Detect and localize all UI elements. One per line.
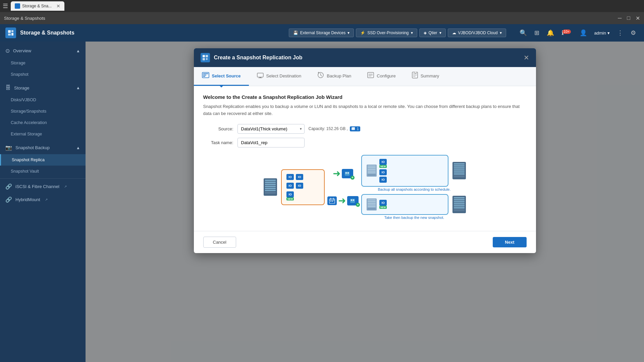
step-backup-label: Backup Plan — [327, 73, 351, 78]
external-storage-btn[interactable]: 💾 External Storage Devices ▾ — [289, 28, 354, 37]
hybridmount-ext-icon: ↗ — [45, 198, 48, 201]
arrow-bottom: ➜ + — [327, 195, 359, 206]
new-tag: NEW — [286, 197, 294, 200]
svg-rect-41 — [351, 199, 352, 201]
app-title: Storage & Snapshots — [20, 30, 74, 36]
sidebar-item-storage[interactable]: 🗄 Storage ▲ — [0, 81, 86, 94]
ssd-btn[interactable]: ⚡ SSD Over-Provisioning ▾ — [356, 28, 417, 37]
dest2-new-chip: IO — [379, 200, 387, 206]
admin-dropdown-btn[interactable]: admin ▾ — [592, 29, 612, 37]
qtier-btn[interactable]: ◈ Qtier ▾ — [419, 28, 446, 37]
svg-rect-68 — [454, 201, 465, 202]
arrow-right-1: ➜ — [333, 168, 340, 179]
more-options-btn[interactable]: ⋮ — [614, 28, 626, 38]
next-button[interactable]: Next — [493, 237, 526, 247]
svg-rect-51 — [454, 163, 465, 165]
settings-btn[interactable]: ⚙ — [628, 28, 639, 38]
snapshot-chip-1: IO — [286, 174, 294, 180]
dialog-header: Create a Snapshot Replication Job ✕ — [194, 48, 536, 67]
sidebar-item-overview[interactable]: ⊙ Overview ▲ — [0, 44, 86, 57]
sidebar-item-storage-sub[interactable]: Storage — [0, 57, 86, 69]
snapshot-row-2: IO IO — [286, 183, 319, 189]
wizard-step-configure[interactable]: Configure — [359, 67, 404, 86]
cancel-button[interactable]: Cancel — [203, 237, 236, 248]
search-btn[interactable]: 🔍 — [517, 28, 530, 38]
source-server-left — [262, 178, 278, 196]
alert-btn[interactable]: 🔔 — [544, 28, 557, 38]
svg-rect-72 — [454, 209, 465, 211]
stack-btn[interactable]: ⊞ — [532, 28, 542, 38]
welcome-text: Snapshot Replication enables you to back… — [203, 103, 527, 117]
app-logo — [5, 27, 16, 38]
capacity-info: Capacity: 152.26 GB , 1 — [309, 126, 361, 131]
wizard-step-destination[interactable]: Select Destination — [249, 67, 310, 86]
dest-box-2: IO NEW — [361, 194, 448, 215]
tab-close-btn[interactable]: ✕ — [56, 3, 60, 9]
app-header: Storage & Snapshots 💾 External Storage D… — [0, 24, 644, 42]
transfer-icon-2: + — [347, 196, 359, 205]
sidebar-section-overview: ⊙ Overview ▲ Storage Snapshot — [0, 44, 86, 80]
vjbod-btn[interactable]: ☁ VJBOD/VJBOD Cloud ▾ — [448, 28, 506, 37]
sidebar-item-snapshot-vault[interactable]: Snapshot Vault — [0, 166, 86, 177]
diagram-area: IO IO IO — [203, 152, 527, 223]
hybridmount-label: HybridMount — [15, 197, 40, 202]
svg-rect-47 — [368, 171, 376, 172]
sidebar-item-iscsi[interactable]: 🔗 iSCSI & Fibre Channel ↗ — [0, 180, 86, 193]
disks-label: Disks/VJBOD — [11, 98, 36, 102]
browser-tab[interactable]: Storage & Sna... ✕ — [11, 1, 64, 11]
svg-rect-25 — [265, 182, 276, 183]
storage-icon: 🗄 — [5, 85, 11, 91]
arrow-top: ➜ + — [333, 168, 353, 179]
svg-rect-0 — [8, 30, 11, 33]
info-btn[interactable]: ℹ10+ — [559, 28, 575, 38]
wizard-step-source[interactable]: Select Source — [194, 67, 249, 86]
svg-rect-54 — [454, 169, 465, 171]
svg-rect-32 — [345, 172, 347, 174]
window-close[interactable]: ✕ — [636, 15, 640, 21]
dialog-close-btn[interactable]: ✕ — [524, 54, 529, 61]
sidebar-item-cache[interactable]: Cache Acceleration — [0, 117, 86, 128]
tab-favicon — [15, 3, 20, 9]
dest-box-1: IO NEW IO IO — [361, 155, 448, 187]
user-btn[interactable]: 👤 — [577, 28, 590, 38]
admin-label: admin — [594, 31, 606, 36]
sidebar-item-external[interactable]: External Storage — [0, 128, 86, 140]
task-name-input[interactable] — [237, 138, 305, 147]
sidebar-item-disks[interactable]: Disks/VJBOD — [0, 94, 86, 106]
svg-rect-31 — [345, 172, 350, 176]
wizard-step-summary[interactable]: Summary — [404, 67, 447, 86]
step-summary-label: Summary — [421, 73, 439, 78]
snapshot-backup-icon: 📷 — [5, 144, 12, 151]
window-maximize[interactable]: □ — [627, 15, 630, 21]
dropdown-icon4: ▾ — [500, 31, 502, 35]
svg-rect-60 — [368, 201, 376, 202]
svg-rect-30 — [265, 192, 276, 194]
sidebar-item-snapshot-sub[interactable]: Snapshot — [0, 69, 86, 80]
dest-chip-1: IO — [379, 169, 387, 175]
wizard-step-backup[interactable]: Backup Plan — [309, 67, 359, 86]
step-configure-icon — [367, 72, 374, 80]
overview-icon: ⊙ — [5, 48, 10, 54]
sidebar-item-snapshot-backup[interactable]: 📷 Snapshot Backup ▲ — [0, 141, 86, 154]
dest-server-icon-2 — [366, 198, 377, 211]
transfer-icon-1: + — [342, 169, 353, 178]
svg-rect-42 — [353, 199, 354, 201]
nas-icon-right-1 — [451, 161, 467, 180]
dialog-header-icon — [201, 53, 210, 62]
step-dest-icon — [257, 72, 264, 80]
sidebar-item-storage-snapshots[interactable]: Storage/Snapshots — [0, 106, 86, 117]
svg-rect-26 — [265, 184, 276, 185]
sidebar-item-hybridmount[interactable]: 🔗 HybridMount ↗ — [0, 193, 86, 206]
step-summary-icon — [412, 72, 418, 80]
source-select[interactable]: DataVol1(Thick volume) — [237, 124, 305, 134]
svg-rect-33 — [347, 172, 349, 174]
source-label: Source: — [203, 126, 233, 131]
svg-rect-24 — [265, 180, 276, 181]
step-dest-label: Select Destination — [266, 73, 302, 78]
sidebar-item-snapshot-replica[interactable]: Snapshot Replica — [0, 154, 86, 166]
dropdown-icon3: ▾ — [439, 31, 441, 35]
modal-overlay: Create a Snapshot Replication Job ✕ — [86, 42, 644, 362]
hamburger-icon[interactable]: ☰ — [3, 2, 8, 10]
welcome-title: Welcome to the Create a Snapshot Replica… — [203, 94, 527, 100]
window-minimize[interactable]: ─ — [618, 15, 622, 21]
